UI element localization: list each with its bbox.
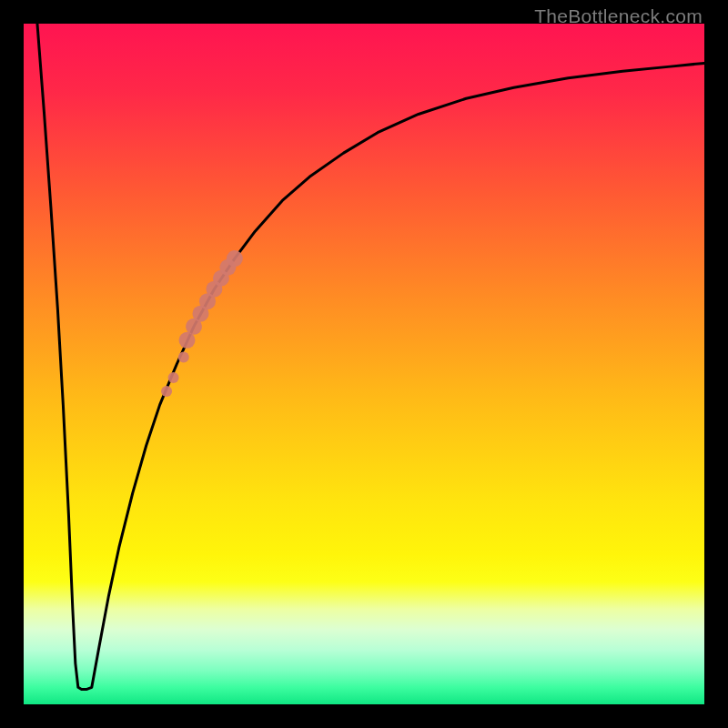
svg-point-1 bbox=[161, 386, 172, 397]
svg-point-11 bbox=[227, 250, 243, 267]
watermark-text: TheBottleneck.com bbox=[534, 5, 703, 27]
chart-container: TheBottleneck.com bbox=[0, 0, 728, 728]
plot-area bbox=[24, 24, 704, 704]
chart-overlay bbox=[24, 24, 704, 704]
highlight-markers bbox=[161, 250, 243, 397]
svg-point-3 bbox=[178, 352, 189, 363]
curve bbox=[37, 24, 704, 690]
svg-point-2 bbox=[168, 372, 179, 383]
